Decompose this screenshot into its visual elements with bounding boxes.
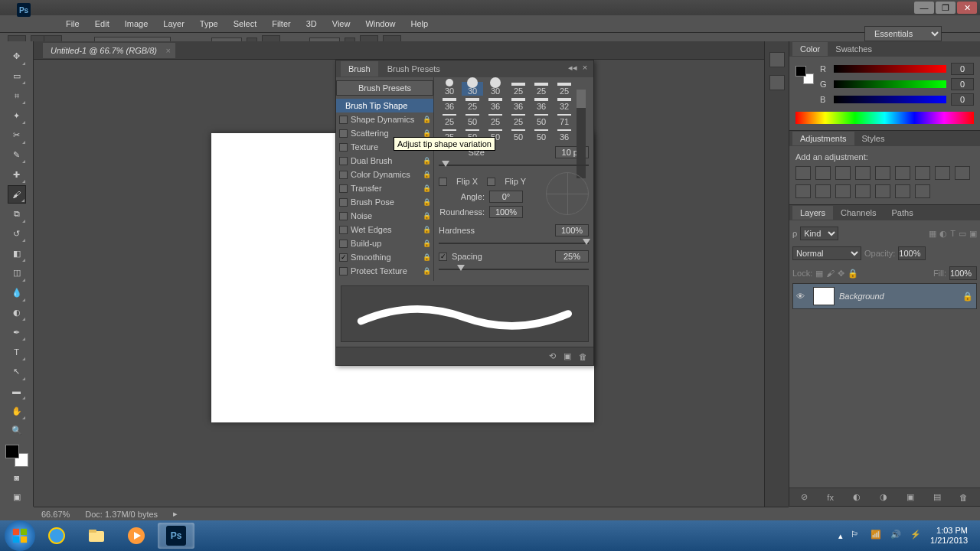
b-slider[interactable] [834, 96, 946, 103]
menu-type[interactable]: Type [192, 17, 226, 31]
doc-info-arrow[interactable]: ▸ [173, 509, 178, 519]
checkbox[interactable] [339, 212, 348, 220]
filter-type-icon[interactable]: T [950, 229, 956, 238]
new-layer-icon[interactable]: ▤ [933, 492, 941, 502]
quickmask-toggle[interactable]: ◙ [8, 468, 26, 487]
selectivecolor-adjustment[interactable] [915, 184, 930, 198]
lock-icon[interactable]: 🔒 [423, 129, 430, 137]
brush-option-shape-dynamics[interactable]: Shape Dynamics🔒 [336, 112, 433, 126]
hardness-slider[interactable] [439, 240, 589, 247]
gradient-tool[interactable]: ◫ [8, 264, 26, 282]
lock-position-icon[interactable]: ✥ [838, 269, 844, 279]
levels-adjustment[interactable] [815, 166, 831, 180]
checkbox[interactable] [339, 240, 348, 248]
zoom-tool[interactable]: 🔍 [8, 422, 26, 440]
foreground-color-swatch[interactable] [5, 445, 19, 458]
brush-tab[interactable]: Brush [341, 61, 378, 77]
eyedropper-tool[interactable]: ✎ [8, 146, 26, 165]
color-swatches[interactable] [5, 445, 28, 468]
adjustments-tab[interactable]: Adjustments [792, 132, 854, 145]
r-slider[interactable] [834, 65, 946, 73]
stamp-tool[interactable]: ⧉ [8, 205, 26, 223]
task-explorer[interactable] [78, 523, 115, 549]
close-button[interactable]: ✕ [957, 2, 977, 14]
panel-collapse-icon[interactable]: ◂◂ [567, 63, 578, 73]
brush-tip-cell[interactable]: 50 [508, 128, 529, 142]
healing-tool[interactable]: ✚ [8, 165, 26, 184]
checkbox[interactable] [339, 267, 348, 276]
brush-tip-cell[interactable]: 25 [439, 112, 460, 126]
colorbalance-adjustment[interactable] [915, 166, 930, 180]
task-photoshop[interactable]: Ps [158, 523, 194, 549]
menu-view[interactable]: View [325, 17, 358, 31]
toggle-live-preview-icon[interactable]: ⟲ [549, 351, 556, 361]
tray-network-icon[interactable]: 📶 [871, 530, 883, 542]
new-group-icon[interactable]: ▣ [906, 492, 914, 502]
type-tool[interactable]: T [8, 343, 26, 361]
g-input[interactable] [951, 78, 974, 90]
menu-image[interactable]: Image [117, 17, 156, 31]
layer-fx-icon[interactable]: fx [827, 493, 834, 502]
layer-kind-filter[interactable]: Kind [800, 227, 838, 240]
menu-3d[interactable]: 3D [299, 17, 325, 31]
history-dock-icon[interactable] [769, 52, 785, 67]
brush-tip-cell[interactable]: 30 [485, 82, 506, 96]
filter-adj-icon[interactable]: ◐ [939, 229, 947, 239]
brush-tip-cell[interactable]: 32 [554, 97, 575, 111]
workspace-switcher[interactable]: Essentials [864, 26, 942, 41]
invert-adjustment[interactable] [835, 184, 851, 198]
visibility-icon[interactable]: 👁 [796, 292, 808, 301]
r-input[interactable] [951, 63, 974, 75]
flipx-checkbox[interactable] [439, 178, 447, 186]
pen-tool[interactable]: ✒ [8, 323, 26, 341]
filter-smart-icon[interactable]: ▣ [969, 229, 977, 239]
brush-presets-button[interactable]: Brush Presets [336, 80, 433, 96]
checkbox[interactable] [339, 198, 348, 207]
menu-window[interactable]: Window [358, 17, 403, 31]
brush-tip-cell[interactable]: 36 [531, 97, 552, 111]
brush-option-brush-pose[interactable]: Brush Pose🔒 [336, 195, 433, 209]
brush-tip-cell[interactable]: 25 [554, 82, 575, 96]
lock-icon[interactable]: 🔒 [423, 116, 430, 123]
checkbox[interactable] [339, 116, 348, 124]
brush-option-build-up[interactable]: Build-up🔒 [336, 236, 433, 250]
angle-input[interactable] [489, 191, 523, 203]
checkbox[interactable] [339, 157, 348, 165]
b-input[interactable] [951, 93, 974, 106]
marquee-tool[interactable]: ▭ [8, 67, 26, 86]
size-slider[interactable] [439, 161, 589, 169]
vibrance-adjustment[interactable] [875, 166, 890, 180]
checkbox[interactable] [339, 129, 348, 138]
checkbox[interactable] [339, 171, 348, 179]
tray-battery-icon[interactable]: ⚡ [910, 530, 923, 542]
eraser-tool[interactable]: ◧ [8, 244, 26, 262]
magic-wand-tool[interactable]: ✦ [8, 106, 26, 125]
channels-tab[interactable]: Channels [833, 206, 884, 220]
layers-tab[interactable]: Layers [792, 206, 833, 220]
close-tab-icon[interactable]: × [166, 46, 171, 55]
lasso-tool[interactable]: ⌗ [8, 86, 26, 105]
flipy-checkbox[interactable] [487, 178, 495, 186]
maximize-button[interactable]: ❐ [936, 2, 956, 14]
link-layers-icon[interactable]: ⊘ [801, 492, 808, 502]
brush-tip-cell[interactable]: 30 [439, 82, 460, 96]
styles-tab[interactable]: Styles [854, 132, 893, 145]
spacing-input[interactable] [555, 250, 589, 262]
layer-mask-icon[interactable]: ◐ [853, 492, 861, 502]
clock[interactable]: 1:03 PM 1/21/2013 [930, 526, 968, 546]
brush-tip-shape-section[interactable]: Brush Tip Shape [336, 99, 433, 112]
doc-info-readout[interactable]: Doc: 1.37M/0 bytes [85, 510, 158, 519]
path-select-tool[interactable]: ↖ [8, 363, 26, 381]
lock-icon[interactable]: 🔒 [423, 184, 430, 192]
lock-icon[interactable]: 🔒 [423, 212, 430, 220]
brush-tip-cell[interactable]: 36 [439, 97, 460, 111]
new-adjustment-layer-icon[interactable]: ◑ [880, 492, 887, 502]
brush-presets-tab[interactable]: Brush Presets [380, 61, 448, 77]
menu-layer[interactable]: Layer [155, 17, 192, 31]
screenmode-toggle[interactable]: ▣ [8, 488, 26, 507]
delete-brush-icon[interactable]: 🗑 [579, 352, 587, 361]
menu-file[interactable]: File [58, 17, 87, 31]
tray-action-center-icon[interactable]: 🏳 [851, 530, 863, 542]
filter-shape-icon[interactable]: ▭ [959, 229, 966, 239]
tray-volume-icon[interactable]: 🔊 [890, 530, 903, 542]
